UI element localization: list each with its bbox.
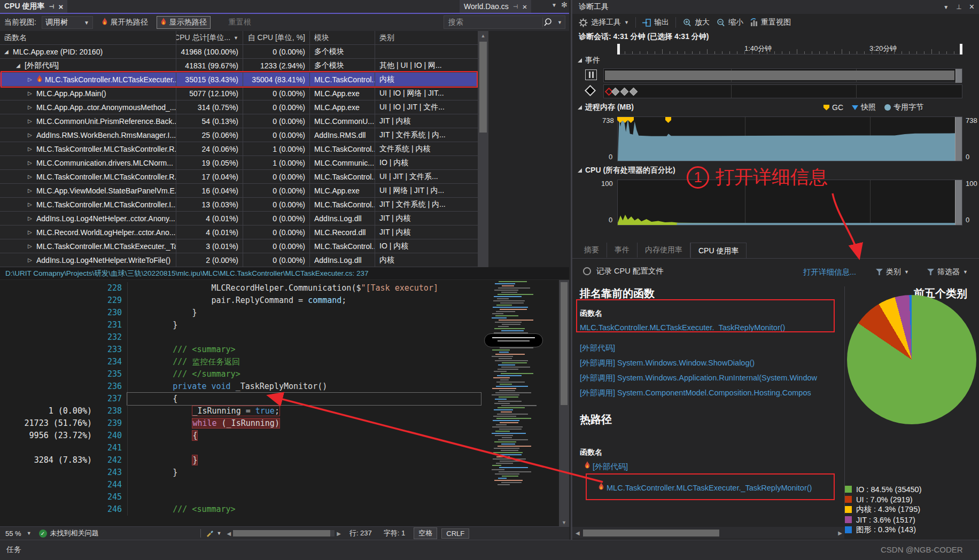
table-row[interactable]: ▷MLC.TaskController.MLCTaskController.R.… [0, 142, 478, 156]
scroll-left-icon[interactable]: ◀ [572, 530, 583, 536]
caret-char[interactable]: 字符: 1 [384, 528, 405, 538]
col-module[interactable]: 模块 [310, 31, 375, 44]
chevron-down-icon[interactable]: ▼ [943, 4, 949, 10]
scroll-right-icon[interactable]: ▶ [337, 531, 341, 536]
view-select[interactable]: 调用树 ▼ [42, 16, 93, 29]
chevron-down-icon[interactable]: ▼ [27, 531, 32, 536]
table-row[interactable]: ▷MLC.Record.WorldLogHelper..cctor.Ano...… [0, 225, 478, 239]
table-scrollbar[interactable]: ▲ [478, 31, 488, 267]
table-row[interactable]: ◢MLC.App.exe (PID: 20160)41968 (100.00%)… [0, 45, 478, 59]
scroll-right-icon[interactable]: ▶ [838, 530, 844, 536]
close-icon[interactable]: × [969, 2, 974, 12]
code-line[interactable]: 233 /// <summary> [0, 344, 569, 356]
filter-button[interactable]: 筛选器 ▼ [927, 267, 968, 277]
reset-root-button[interactable]: 重置根 [226, 17, 254, 28]
timeline-ruler[interactable]: 1:40分钟 3:20分钟 [617, 44, 962, 55]
editor-minimap[interactable] [492, 280, 541, 514]
code-line[interactable]: 246 /// <summary> [0, 503, 569, 516]
code-line[interactable]: 234 /// 监控任务返回 [0, 356, 569, 368]
memory-chart[interactable] [617, 116, 962, 161]
top-function-main[interactable]: MLC.TaskController.MLCTaskExecuter._Task… [580, 320, 843, 335]
expander-closed-icon[interactable]: ▷ [28, 118, 36, 124]
code-editor[interactable]: 228 MLCRecordHelper.Communication($"[Tas… [0, 280, 569, 526]
search-input[interactable]: 搜索 ▼ [444, 15, 565, 29]
code-line[interactable]: 235 /// </summary> [0, 368, 569, 380]
close-icon[interactable]: × [522, 2, 527, 11]
tab-cpu-usage-active[interactable]: CPU 使用率 [690, 243, 747, 259]
scrollbar-thumb[interactable] [479, 42, 487, 133]
reset-view-button[interactable]: 重置视图 [750, 18, 791, 27]
table-row[interactable]: ▷AddIns.Log.Log4NetHelper.WriteToFile()2… [0, 253, 478, 267]
scrollbar-thumb[interactable] [583, 530, 719, 536]
tab-cpu-usage[interactable]: CPU 使用率 ⊣ × [0, 0, 67, 13]
events-section-header[interactable]: 事件 [578, 56, 600, 65]
open-details-link[interactable]: 打开详细信息... [803, 267, 856, 277]
chevron-down-icon[interactable]: ▼ [555, 20, 565, 25]
indent-mode[interactable]: 空格 [414, 527, 437, 539]
code-line[interactable]: 3284 (7.83%)242 } [0, 454, 569, 466]
category-pie-chart[interactable] [847, 295, 976, 424]
table-row[interactable]: ▷MLC.Communication.drivers.MLCNorm...19 … [0, 156, 478, 170]
code-line[interactable]: 228 MLCRecordHelper.Communication($"[Tas… [0, 282, 569, 294]
top-function-item[interactable]: [外部调用] System.Windows.Application.RunInt… [580, 370, 843, 385]
zoom-out-button[interactable]: 缩小 [716, 18, 743, 27]
expander-closed-icon[interactable]: ▷ [28, 76, 36, 82]
minimap-viewport[interactable] [484, 333, 543, 347]
code-line[interactable]: 9956 (23.72%)240 { [0, 430, 569, 442]
col-self-cpu[interactable]: 自 CPU [单位, %] [243, 31, 310, 44]
task-list-label[interactable]: 任务 [6, 545, 21, 555]
tab-内存使用率[interactable]: 内存使用率 [638, 243, 690, 258]
table-row[interactable]: ▷MLC.CommonUnit.PrismReference.Back...54… [0, 114, 478, 128]
hot-path-item[interactable]: [外部代码] [580, 459, 843, 474]
category-filter-button[interactable]: 类别 ▼ [876, 267, 909, 277]
h-scrollbar[interactable] [233, 530, 335, 536]
memory-section-header[interactable]: 进程内存 (MB) [578, 103, 634, 112]
expander-closed-icon[interactable]: ▷ [28, 201, 36, 207]
chevron-down-icon[interactable]: ▼ [551, 2, 557, 8]
tab-事件[interactable]: 事件 [607, 243, 638, 258]
col-function-name[interactable]: 函数名 [0, 31, 176, 44]
hot-path-item[interactable]: MLC.TaskController.MLCTaskExecuter._Task… [580, 477, 843, 499]
event-diamond[interactable] [620, 88, 629, 96]
expander-closed-icon[interactable]: ▷ [28, 257, 36, 263]
pin-icon[interactable]: ⊣ [49, 3, 54, 10]
expander-closed-icon[interactable]: ▷ [28, 174, 36, 180]
scroll-left-icon[interactable]: ◀ [227, 531, 231, 536]
table-row[interactable]: ▷AddIns.Log.Log4NetHelper..cctor.Anony..… [0, 212, 478, 225]
expander-closed-icon[interactable]: ▷ [28, 90, 36, 96]
expand-hot-path-button[interactable]: 展开热路径 [98, 17, 151, 28]
event-diamond[interactable] [611, 88, 620, 96]
selection-handle-right[interactable] [960, 44, 962, 55]
code-line[interactable]: 231 } [0, 319, 569, 331]
expander-closed-icon[interactable]: ▷ [28, 215, 36, 221]
tab-摘要[interactable]: 摘要 [577, 243, 607, 258]
pin-icon[interactable]: ⊥ [956, 3, 961, 11]
code-line[interactable]: 229 pair.ReplyCommand = command; [0, 294, 569, 307]
table-row[interactable]: ▷MLC.TaskController.MLCTaskController.R.… [0, 170, 478, 184]
top-function-item[interactable]: [外部调用] System.Windows.Window.ShowDialog(… [580, 355, 843, 370]
code-line[interactable]: 244 [0, 479, 569, 491]
table-row[interactable]: ▷AddIns.RMS.WorkBench.RmsManager.I...25 … [0, 128, 478, 142]
code-line[interactable]: 245 [0, 491, 569, 503]
expander-open-icon[interactable]: ◢ [4, 49, 13, 55]
expander-closed-icon[interactable]: ▷ [28, 243, 36, 249]
events-track-activity[interactable] [603, 68, 962, 82]
issues-status[interactable]: 未找到相关问题 [50, 528, 99, 538]
expander-closed-icon[interactable]: ▷ [28, 188, 36, 193]
col-cpu-total[interactable]: CPU 总计[单位...▼ [176, 31, 243, 44]
record-cpu-profile[interactable]: 记录 CPU 配置文件 [583, 266, 664, 276]
top-function-item[interactable]: [外部代码] [580, 340, 843, 355]
output-button[interactable]: 输出 [642, 18, 669, 27]
expander-closed-icon[interactable]: ▷ [28, 146, 36, 152]
show-hot-path-button[interactable]: 显示热路径 [157, 16, 211, 29]
code-line[interactable]: 21723 (51.76%)239 while (_IsRunning) [0, 417, 569, 430]
table-row[interactable]: ▷MLC.TaskController.MLCTaskExecuter....3… [0, 73, 478, 87]
expander-open-icon[interactable]: ◢ [16, 63, 25, 68]
code-line[interactable]: 241 [0, 442, 569, 454]
event-diamond[interactable] [630, 88, 638, 96]
select-tool-button[interactable]: 选择工具 ▼ [579, 18, 629, 27]
scrollbar-thumb[interactable] [561, 282, 568, 405]
code-line[interactable]: 236 private void _TaskReplyMonitor() [0, 380, 569, 393]
panel-title-bar[interactable]: 诊断工具 ▼ ⊥ × [572, 0, 979, 14]
code-line[interactable]: 1 (0.00%)238 _IsRunning = true; [0, 405, 569, 417]
